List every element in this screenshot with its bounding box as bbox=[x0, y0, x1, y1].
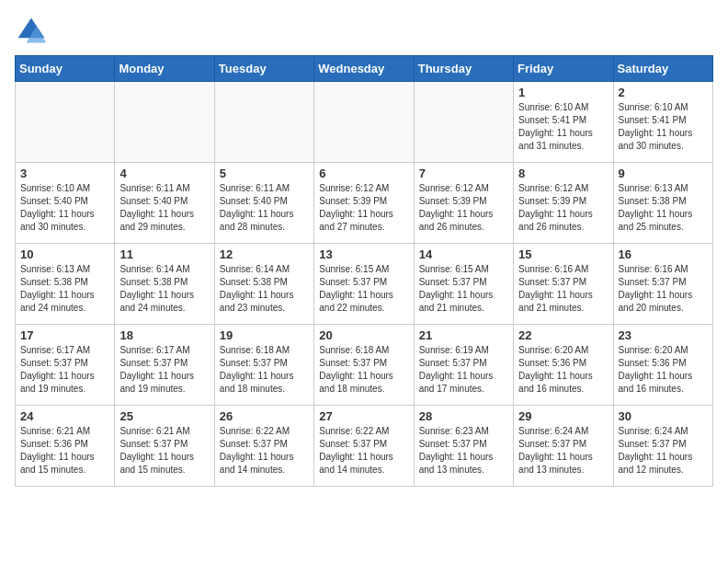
day-number: 14 bbox=[419, 247, 508, 261]
logo-icon bbox=[15, 15, 48, 48]
calendar-week-row: 1Sunrise: 6:10 AM Sunset: 5:41 PM Daylig… bbox=[16, 82, 713, 163]
calendar-cell: 12Sunrise: 6:14 AM Sunset: 5:38 PM Dayli… bbox=[214, 244, 313, 325]
day-number: 17 bbox=[20, 328, 109, 342]
calendar-header-row: SundayMondayTuesdayWednesdayThursdayFrid… bbox=[16, 56, 713, 82]
calendar-cell: 27Sunrise: 6:22 AM Sunset: 5:37 PM Dayli… bbox=[314, 406, 414, 487]
calendar-week-row: 17Sunrise: 6:17 AM Sunset: 5:37 PM Dayli… bbox=[16, 325, 713, 406]
day-info: Sunrise: 6:10 AM Sunset: 5:41 PM Dayligh… bbox=[518, 101, 608, 153]
day-number: 4 bbox=[119, 167, 209, 180]
day-info: Sunrise: 6:21 AM Sunset: 5:36 PM Dayligh… bbox=[20, 425, 109, 477]
day-info: Sunrise: 6:23 AM Sunset: 5:37 PM Dayligh… bbox=[419, 425, 508, 477]
day-info: Sunrise: 6:10 AM Sunset: 5:40 PM Dayligh… bbox=[20, 182, 109, 234]
calendar-cell: 23Sunrise: 6:20 AM Sunset: 5:36 PM Dayli… bbox=[613, 325, 712, 406]
column-header-friday: Friday bbox=[514, 56, 613, 82]
calendar-cell: 30Sunrise: 6:24 AM Sunset: 5:37 PM Dayli… bbox=[613, 406, 712, 487]
day-info: Sunrise: 6:20 AM Sunset: 5:36 PM Dayligh… bbox=[518, 344, 608, 396]
calendar-cell bbox=[214, 82, 313, 163]
day-number: 18 bbox=[119, 328, 209, 342]
calendar-cell: 2Sunrise: 6:10 AM Sunset: 5:41 PM Daylig… bbox=[613, 82, 712, 163]
day-info: Sunrise: 6:14 AM Sunset: 5:38 PM Dayligh… bbox=[220, 263, 309, 315]
day-number: 29 bbox=[518, 409, 608, 423]
column-header-monday: Monday bbox=[115, 56, 214, 82]
calendar-cell: 7Sunrise: 6:12 AM Sunset: 5:39 PM Daylig… bbox=[414, 163, 513, 244]
calendar-table: SundayMondayTuesdayWednesdayThursdayFrid… bbox=[15, 55, 713, 487]
day-info: Sunrise: 6:24 AM Sunset: 5:37 PM Dayligh… bbox=[518, 425, 608, 477]
day-number: 23 bbox=[619, 328, 708, 342]
calendar-cell: 15Sunrise: 6:16 AM Sunset: 5:37 PM Dayli… bbox=[514, 244, 613, 325]
day-info: Sunrise: 6:20 AM Sunset: 5:36 PM Dayligh… bbox=[619, 344, 708, 396]
calendar-cell: 26Sunrise: 6:22 AM Sunset: 5:37 PM Dayli… bbox=[214, 406, 313, 487]
day-info: Sunrise: 6:11 AM Sunset: 5:40 PM Dayligh… bbox=[119, 182, 209, 234]
day-info: Sunrise: 6:12 AM Sunset: 5:39 PM Dayligh… bbox=[419, 182, 508, 234]
calendar-cell bbox=[16, 82, 115, 163]
calendar-cell: 10Sunrise: 6:13 AM Sunset: 5:38 PM Dayli… bbox=[16, 244, 115, 325]
calendar-cell: 8Sunrise: 6:12 AM Sunset: 5:39 PM Daylig… bbox=[514, 163, 613, 244]
logo bbox=[15, 15, 51, 48]
day-number: 12 bbox=[220, 247, 309, 261]
day-info: Sunrise: 6:16 AM Sunset: 5:37 PM Dayligh… bbox=[518, 263, 608, 315]
calendar-cell: 19Sunrise: 6:18 AM Sunset: 5:37 PM Dayli… bbox=[214, 325, 313, 406]
column-header-wednesday: Wednesday bbox=[314, 56, 414, 82]
calendar-cell: 16Sunrise: 6:16 AM Sunset: 5:37 PM Dayli… bbox=[613, 244, 712, 325]
column-header-tuesday: Tuesday bbox=[214, 56, 313, 82]
day-info: Sunrise: 6:10 AM Sunset: 5:41 PM Dayligh… bbox=[619, 101, 708, 153]
calendar-cell: 1Sunrise: 6:10 AM Sunset: 5:41 PM Daylig… bbox=[514, 82, 613, 163]
day-info: Sunrise: 6:15 AM Sunset: 5:37 PM Dayligh… bbox=[319, 263, 408, 315]
day-number: 1 bbox=[518, 86, 608, 99]
day-info: Sunrise: 6:19 AM Sunset: 5:37 PM Dayligh… bbox=[419, 344, 508, 396]
day-info: Sunrise: 6:22 AM Sunset: 5:37 PM Dayligh… bbox=[220, 425, 309, 477]
day-info: Sunrise: 6:17 AM Sunset: 5:37 PM Dayligh… bbox=[119, 344, 209, 396]
calendar-cell: 29Sunrise: 6:24 AM Sunset: 5:37 PM Dayli… bbox=[514, 406, 613, 487]
day-number: 16 bbox=[619, 247, 708, 261]
day-number: 9 bbox=[619, 167, 708, 180]
day-info: Sunrise: 6:24 AM Sunset: 5:37 PM Dayligh… bbox=[619, 425, 708, 477]
calendar-cell: 11Sunrise: 6:14 AM Sunset: 5:38 PM Dayli… bbox=[115, 244, 214, 325]
calendar-cell bbox=[414, 82, 513, 163]
calendar-cell: 5Sunrise: 6:11 AM Sunset: 5:40 PM Daylig… bbox=[214, 163, 313, 244]
day-info: Sunrise: 6:17 AM Sunset: 5:37 PM Dayligh… bbox=[20, 344, 109, 396]
calendar-cell bbox=[115, 82, 214, 163]
day-number: 11 bbox=[119, 247, 209, 261]
day-number: 25 bbox=[119, 409, 209, 423]
calendar-cell: 25Sunrise: 6:21 AM Sunset: 5:37 PM Dayli… bbox=[115, 406, 214, 487]
day-info: Sunrise: 6:15 AM Sunset: 5:37 PM Dayligh… bbox=[419, 263, 508, 315]
calendar-cell: 6Sunrise: 6:12 AM Sunset: 5:39 PM Daylig… bbox=[314, 163, 414, 244]
day-number: 5 bbox=[220, 167, 309, 180]
calendar-week-row: 24Sunrise: 6:21 AM Sunset: 5:36 PM Dayli… bbox=[16, 406, 713, 487]
day-number: 28 bbox=[419, 409, 508, 423]
calendar-cell bbox=[314, 82, 414, 163]
day-number: 10 bbox=[20, 247, 109, 261]
day-number: 22 bbox=[518, 328, 608, 342]
column-header-thursday: Thursday bbox=[414, 56, 513, 82]
calendar-cell: 18Sunrise: 6:17 AM Sunset: 5:37 PM Dayli… bbox=[115, 325, 214, 406]
day-number: 27 bbox=[319, 409, 408, 423]
day-number: 30 bbox=[619, 409, 708, 423]
calendar-cell: 20Sunrise: 6:18 AM Sunset: 5:37 PM Dayli… bbox=[314, 325, 414, 406]
day-info: Sunrise: 6:12 AM Sunset: 5:39 PM Dayligh… bbox=[518, 182, 608, 234]
day-number: 3 bbox=[20, 167, 109, 180]
day-number: 7 bbox=[419, 167, 508, 180]
day-info: Sunrise: 6:18 AM Sunset: 5:37 PM Dayligh… bbox=[319, 344, 408, 396]
day-info: Sunrise: 6:18 AM Sunset: 5:37 PM Dayligh… bbox=[220, 344, 309, 396]
day-number: 21 bbox=[419, 328, 508, 342]
calendar-cell: 14Sunrise: 6:15 AM Sunset: 5:37 PM Dayli… bbox=[414, 244, 513, 325]
day-info: Sunrise: 6:16 AM Sunset: 5:37 PM Dayligh… bbox=[619, 263, 708, 315]
day-info: Sunrise: 6:22 AM Sunset: 5:37 PM Dayligh… bbox=[319, 425, 408, 477]
day-number: 24 bbox=[20, 409, 109, 423]
day-number: 13 bbox=[319, 247, 408, 261]
calendar-cell: 28Sunrise: 6:23 AM Sunset: 5:37 PM Dayli… bbox=[414, 406, 513, 487]
day-number: 8 bbox=[518, 167, 608, 180]
day-number: 2 bbox=[619, 86, 708, 99]
calendar-cell: 13Sunrise: 6:15 AM Sunset: 5:37 PM Dayli… bbox=[314, 244, 414, 325]
calendar-cell: 22Sunrise: 6:20 AM Sunset: 5:36 PM Dayli… bbox=[514, 325, 613, 406]
day-number: 15 bbox=[518, 247, 608, 261]
page-header bbox=[15, 15, 713, 48]
calendar-week-row: 3Sunrise: 6:10 AM Sunset: 5:40 PM Daylig… bbox=[16, 163, 713, 244]
column-header-sunday: Sunday bbox=[16, 56, 115, 82]
day-info: Sunrise: 6:12 AM Sunset: 5:39 PM Dayligh… bbox=[319, 182, 408, 234]
day-info: Sunrise: 6:13 AM Sunset: 5:38 PM Dayligh… bbox=[619, 182, 708, 234]
day-number: 26 bbox=[220, 409, 309, 423]
calendar-cell: 9Sunrise: 6:13 AM Sunset: 5:38 PM Daylig… bbox=[613, 163, 712, 244]
calendar-cell: 3Sunrise: 6:10 AM Sunset: 5:40 PM Daylig… bbox=[16, 163, 115, 244]
day-number: 20 bbox=[319, 328, 408, 342]
